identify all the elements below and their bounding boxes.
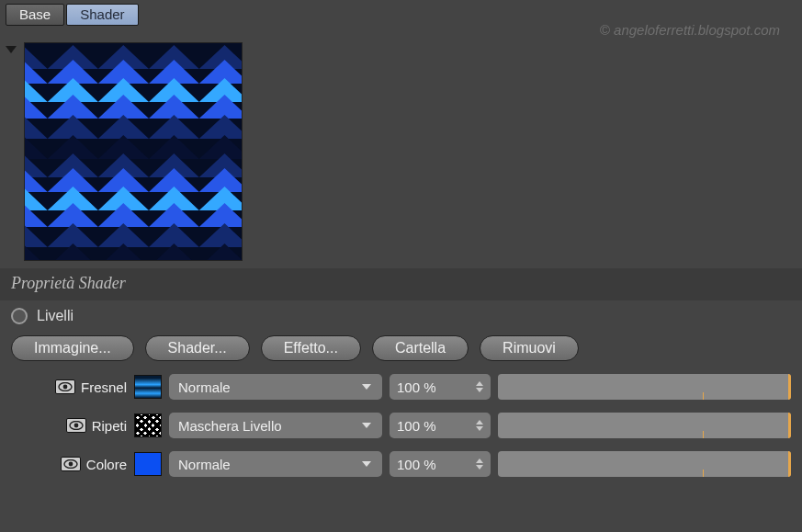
section-header: Proprietà Shader (0, 268, 802, 300)
layer-name: Fresnel (81, 379, 127, 395)
svg-point-1 (63, 385, 68, 390)
stepper-arrows[interactable] (476, 420, 483, 431)
rimuovi-button[interactable]: Rimuovi (480, 335, 579, 361)
opacity-field[interactable]: 100 % (390, 374, 491, 400)
chevron-down-icon (362, 384, 371, 390)
layer-swatch-colore[interactable] (134, 452, 162, 476)
opacity-value: 100 % (397, 457, 436, 472)
layer-list: Fresnel Normale 100 % Ripeti Maschera Li… (0, 374, 802, 477)
layer-row-ripeti: Ripeti Maschera Livello 100 % (11, 413, 791, 438)
shader-preview[interactable] (24, 42, 243, 261)
svg-point-3 (73, 424, 78, 428)
layer-row-colore: Colore Normale 100 % (11, 451, 791, 477)
opacity-value: 100 % (397, 418, 436, 434)
watermark: © angeloferretti.blogspot.com (600, 22, 780, 38)
stepper-arrows[interactable] (476, 458, 483, 470)
blend-mode-dropdown[interactable]: Maschera Livello (169, 413, 382, 438)
svg-point-5 (68, 462, 73, 467)
layer-row-fresnel: Fresnel Normale 100 % (11, 374, 791, 400)
livelli-radio[interactable] (11, 308, 28, 324)
tab-base[interactable]: Base (6, 4, 64, 26)
opacity-slider[interactable] (498, 374, 791, 400)
preview-row (0, 26, 802, 268)
opacity-slider[interactable] (498, 413, 791, 438)
opacity-slider[interactable] (498, 451, 791, 477)
eye-icon (69, 421, 84, 430)
immagine-button[interactable]: Immagine... (11, 335, 134, 361)
shader-button[interactable]: Shader... (145, 335, 250, 361)
cartella-button[interactable]: Cartella (372, 335, 469, 361)
layer-name: Ripeti (92, 418, 127, 434)
opacity-value: 100 % (397, 379, 436, 395)
blend-mode-value: Maschera Livello (178, 418, 282, 434)
chevron-down-icon (362, 461, 371, 467)
visibility-toggle[interactable] (55, 379, 75, 394)
layer-name: Colore (86, 457, 127, 472)
visibility-toggle[interactable] (61, 457, 81, 471)
effetto-button[interactable]: Effetto... (261, 335, 361, 361)
stepper-arrows[interactable] (476, 381, 483, 392)
blend-mode-dropdown[interactable]: Normale (169, 451, 382, 477)
livelli-label: Livelli (37, 308, 73, 324)
layer-swatch-fresnel[interactable] (134, 375, 162, 399)
livelli-row: Livelli (0, 300, 802, 335)
opacity-field[interactable]: 100 % (390, 413, 491, 438)
chevron-down-icon (362, 423, 371, 428)
button-row: Immagine... Shader... Effetto... Cartell… (0, 335, 802, 374)
tab-shader[interactable]: Shader (66, 4, 138, 26)
eye-icon (58, 382, 73, 391)
layer-swatch-ripeti[interactable] (134, 413, 162, 437)
blend-mode-value: Normale (178, 379, 231, 395)
opacity-field[interactable]: 100 % (390, 451, 491, 477)
disclosure-triangle-icon[interactable] (6, 46, 17, 53)
eye-icon (63, 459, 78, 469)
visibility-toggle[interactable] (66, 418, 86, 433)
blend-mode-dropdown[interactable]: Normale (169, 374, 382, 400)
blend-mode-value: Normale (178, 457, 231, 472)
